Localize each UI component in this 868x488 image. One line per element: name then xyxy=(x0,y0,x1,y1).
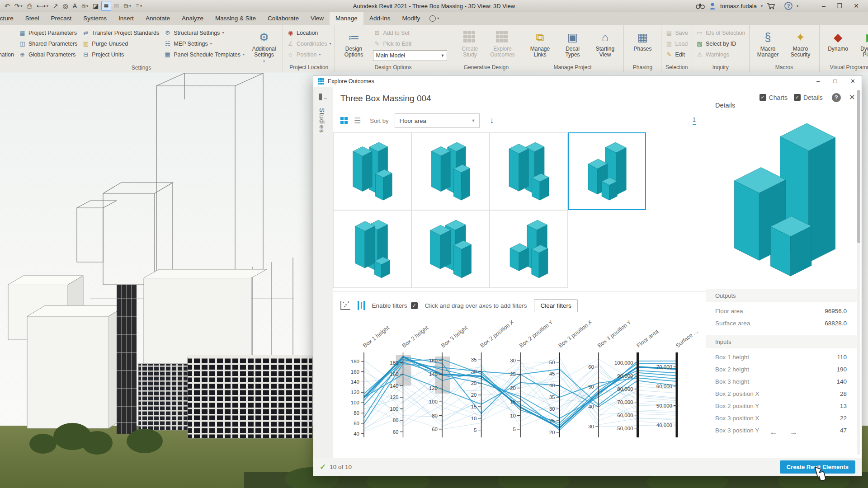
ribbon-item-select-by-id[interactable]: ▧Select by ID xyxy=(696,39,745,48)
ribbon-item-dynamo[interactable]: ◆Dynamo xyxy=(823,28,853,63)
sort-by-select[interactable]: Floor area ▼ xyxy=(395,113,480,128)
window-close-button[interactable]: ✕ xyxy=(850,2,863,9)
redo-icon[interactable]: ↷▾ xyxy=(13,1,24,10)
outcome-thumbnail-6[interactable] xyxy=(411,210,490,288)
dialog-close-button[interactable]: ✕ xyxy=(850,78,855,84)
tab-systems[interactable]: Systems xyxy=(77,12,113,25)
tab-insert[interactable]: Insert xyxy=(113,12,140,25)
charts-checkbox[interactable]: ✓ xyxy=(760,94,766,101)
search-binoculars-icon[interactable] xyxy=(696,3,705,9)
ribbon-item-decal-types[interactable]: ▣Decal Types xyxy=(557,28,587,63)
measure-icon[interactable]: ⟷▾ xyxy=(35,1,50,10)
grid-view-icon[interactable] xyxy=(340,117,348,124)
sheet-icon[interactable]: ⧉▾ xyxy=(122,1,133,10)
tab-precast[interactable]: Precast xyxy=(45,12,78,25)
details-checkbox-label[interactable]: Details xyxy=(803,94,823,101)
ribbon-item-dynamo-player[interactable]: ▶Dynamo Player xyxy=(856,28,868,63)
axis-tick-label: 60 xyxy=(393,429,399,435)
ribbon-item-purge-unused[interactable]: ▥Purge Unused xyxy=(82,39,159,48)
help-icon[interactable]: ? xyxy=(784,2,793,10)
signed-in-user[interactable]: tomasz.fudala xyxy=(720,3,757,9)
next-outcome-arrow[interactable]: → xyxy=(789,427,797,437)
ribbon-item-project-units[interactable]: ⊟Project Units xyxy=(82,50,159,59)
tab-massing-site[interactable]: Massing & Site xyxy=(209,12,262,25)
tab-modify[interactable]: Modify xyxy=(396,12,426,25)
user-menu-caret-icon[interactable]: ▾ xyxy=(761,4,763,8)
ribbon-item-global-parameters[interactable]: ⊕Global Parameters xyxy=(19,50,77,59)
dialog-maximize-button[interactable]: □ xyxy=(833,78,837,84)
ribbon-item-manage-links[interactable]: ⧉Manage Links xyxy=(525,28,555,63)
tab-annotate[interactable]: Annotate xyxy=(140,12,176,25)
window-minimize-button[interactable]: – xyxy=(818,2,829,9)
default-3d-view-icon[interactable]: ⧈▾ xyxy=(80,1,90,10)
ribbon-item-project-parameters[interactable]: ▦Project Parameters xyxy=(19,28,77,37)
window-restore-button[interactable]: ❐ xyxy=(833,2,846,9)
ribbon-item-project-information[interactable]: ▤Project Information xyxy=(0,50,14,59)
ribbon-item-phases[interactable]: ▦Phases xyxy=(627,28,657,63)
charts-checkbox-label[interactable]: Charts xyxy=(769,94,788,101)
tab-view[interactable]: View xyxy=(305,12,330,25)
outcome-thumbnail-7[interactable] xyxy=(490,210,568,288)
tab-collaborate[interactable]: Collaborate xyxy=(262,12,305,25)
tab-add-ins[interactable]: Add-Ins xyxy=(363,12,396,25)
list-view-icon[interactable]: ☰ xyxy=(354,117,361,125)
active-design-option-select[interactable]: Main Model▼ xyxy=(373,50,447,61)
clear-filters-button[interactable]: Clear filters xyxy=(534,299,577,312)
tab-manage[interactable]: Manage xyxy=(330,12,363,25)
dialog-title-bar[interactable]: Explore Outcomes – □ ✕ xyxy=(313,75,862,87)
dialog-help-icon[interactable]: ? xyxy=(832,93,841,102)
details-checkbox[interactable]: ✓ xyxy=(794,94,801,101)
ribbon-item-structural-settings[interactable]: ⚙Structural Settings▾ xyxy=(164,28,245,37)
ribbon-item-macro-manager[interactable]: §Macro Manager xyxy=(753,28,783,63)
tab-steel[interactable]: Steel xyxy=(19,12,45,25)
ribbon-item-design-options[interactable]: ≔Design Options xyxy=(339,28,368,63)
outcome-thumbnail-2[interactable] xyxy=(411,132,490,210)
parallel-coordinates-chart[interactable]: 406080100120140160180Box 1 height6080100… xyxy=(335,316,704,456)
text-icon[interactable]: A xyxy=(71,1,79,10)
dialog-minimize-button[interactable]: – xyxy=(816,78,820,84)
section-icon[interactable]: ◪ xyxy=(91,1,100,10)
outcome-thumbnail-4-selected[interactable] xyxy=(568,132,646,210)
ribbon-item-object-styles[interactable]: ▦Object Styles xyxy=(0,28,14,37)
details-scrollbar[interactable] xyxy=(857,90,860,455)
cart-icon[interactable] xyxy=(767,3,776,9)
tag-icon[interactable]: ◎ xyxy=(61,1,70,10)
undo-icon[interactable]: ↶ xyxy=(3,1,12,10)
axis-tick-label: 5 xyxy=(513,427,516,432)
outcome-thumbnail-5[interactable] xyxy=(333,210,411,288)
aligned-dimension-icon[interactable]: ↗ xyxy=(51,1,60,10)
page-indicator[interactable]: 1 xyxy=(693,116,696,125)
ribbon-item-location[interactable]: ◉Location xyxy=(287,28,331,37)
ribbon-item-panel-schedule-templates[interactable]: ▦Panel Schedule Templates▾ xyxy=(164,50,245,59)
previous-outcome-arrow[interactable]: ← xyxy=(769,427,778,437)
customize-qat-icon[interactable]: ≡▾ xyxy=(134,1,144,10)
ribbon-item-snaps[interactable]: ⊞Snaps xyxy=(0,39,14,48)
ribbon-item-additional-settings[interactable]: ⚙Additional Settings▾ xyxy=(249,28,279,64)
parallel-coordinates-icon[interactable] xyxy=(358,301,365,310)
tab-analyze[interactable]: Analyze xyxy=(176,12,209,25)
close-inactive-windows-icon[interactable]: ⊠ xyxy=(112,1,121,10)
help-menu-caret-icon[interactable]: ▾ xyxy=(797,4,798,8)
dialog-content-close-icon[interactable]: ✕ xyxy=(849,93,855,102)
scatter-plot-icon[interactable] xyxy=(340,301,350,310)
thin-lines-icon[interactable]: ≣ xyxy=(101,1,111,11)
print-icon[interactable]: ⎙ xyxy=(25,1,33,10)
ribbon-item-warnings: ⚠Warnings xyxy=(696,50,745,59)
sort-direction-icon[interactable]: ↓ xyxy=(490,116,494,126)
outcome-thumbnail-3[interactable] xyxy=(490,132,568,210)
axis-tick-label: 10 xyxy=(510,413,516,418)
enable-filters-checkbox[interactable]: ✓ xyxy=(411,302,418,309)
modify-panel-toggle-icon[interactable]: ▾ xyxy=(426,12,443,25)
ribbon-item-edit-selection[interactable]: ✎Edit xyxy=(665,50,688,59)
studies-tab[interactable]: Studies xyxy=(318,108,326,133)
outcome-thumbnail-1[interactable] xyxy=(333,132,411,210)
ribbon-item-transfer-project-standards[interactable]: ⇄Transfer Project Standards xyxy=(82,28,159,37)
ribbon-item-starting-view[interactable]: ⌂Starting View xyxy=(590,28,620,63)
ribbon-item-shared-parameters[interactable]: ◫Shared Parameters xyxy=(19,39,77,48)
ribbon-item-macro-security[interactable]: ✦Macro Security xyxy=(786,28,816,63)
quick-access-toolbar: ↶↷▾⎙⟷▾↗◎A⧈▾◪≣⊠⧉▾≡▾ xyxy=(0,1,144,11)
dialog-title: Explore Outcomes xyxy=(328,78,374,84)
expand-studies-panel-icon[interactable]: → xyxy=(319,94,328,101)
ribbon-item-mep-settings[interactable]: ☵MEP Settings▾ xyxy=(164,39,245,48)
tab-structure[interactable]: Structure xyxy=(0,12,19,25)
